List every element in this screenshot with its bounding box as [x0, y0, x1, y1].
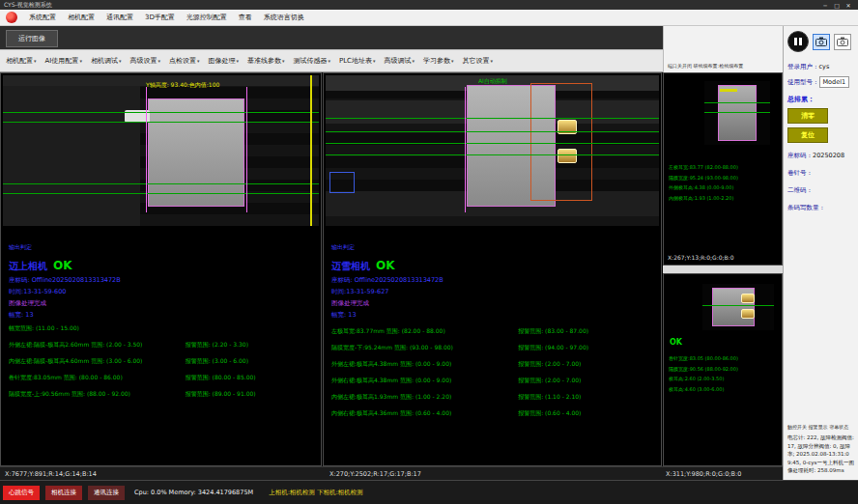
port-switch-note: 端口关开闭 研线细布置:检线细布置: [668, 63, 743, 69]
preview-measure-line: 极耳高:4.60 (3.00-6.00): [669, 384, 738, 395]
menu-item[interactable]: 通讯配置: [106, 13, 133, 22]
preview-divider: [663, 266, 783, 273]
preview-measure-line: 隔膜宽度:95.24 (93.00-98.00): [669, 173, 738, 183]
measurement-row: 外侧右裙:极耳高4.38mm 范围: (0.00 - 9.00) 报警范围: (…: [331, 377, 653, 385]
result-code: 座标码: Offline2025020813313472B: [331, 276, 653, 285]
measurement-row: 内侧左裙:极耳高1.93mm 范围: (1.00 - 2.20) 报警范围: (…: [331, 393, 653, 402]
judge-note: 输出判定: [331, 243, 653, 252]
toolbar-item[interactable]: 高级设置▾: [129, 56, 160, 66]
toolbar-item[interactable]: 高级调试▾: [385, 56, 415, 66]
camera-icon: [837, 37, 848, 46]
maximize-button[interactable]: □: [831, 2, 843, 9]
needle-label: 卷针号：: [787, 169, 813, 177]
machine-structure: [3, 75, 140, 226]
result-ok-badge: OK: [376, 259, 395, 272]
yellow-action-button[interactable]: 复位: [787, 127, 828, 143]
measurement-row: 左极耳宽:83.77mm 范围: (82.00 - 88.00) 报警范围: (…: [331, 327, 653, 336]
measure-line: [704, 102, 770, 103]
toolbar-item[interactable]: 相机调试▾: [91, 56, 122, 66]
needle-field: 卷针号：: [787, 169, 854, 178]
measure-line: [326, 131, 659, 132]
measure-line: [3, 183, 319, 184]
heartbeat-indicator[interactable]: 心跳信号: [3, 486, 40, 500]
yellow-button-group: 清零复位: [787, 104, 854, 143]
pause-button[interactable]: [787, 31, 809, 52]
camera-view-button-1[interactable]: [813, 34, 830, 50]
result-time: 时间:13-31-59-600: [9, 288, 313, 296]
preview-measure-line: 极耳高:2.60 (2.00-3.50): [669, 374, 738, 384]
toolbar-item[interactable]: 相机配置▾: [6, 56, 37, 66]
measurement-row: 隔膜宽度-上:90.56mm 范围: (88.00 - 92.00) 报警范围:…: [9, 390, 313, 399]
camera-image-upper[interactable]: Y轴高度: 93.40:色内值:100: [3, 75, 319, 226]
pause-icon: [794, 38, 797, 45]
toolbar-item[interactable]: AI使用配置▾: [45, 56, 82, 66]
code-field: 座标码：20250208: [787, 152, 854, 160]
camera-check-status: 上相机:相机检测 下相机:相机检测: [269, 489, 362, 497]
chevron-down-icon: ▾: [79, 58, 82, 64]
qr-field: 二维码：: [787, 186, 854, 195]
ai-overlay-text: AI自动拟制: [478, 77, 507, 86]
model-field: 使用型号：Model1: [787, 76, 854, 88]
camera-icon: [815, 37, 827, 46]
result-ok-badge: OK: [53, 259, 72, 272]
marker: [720, 89, 737, 92]
roi-box: [329, 172, 355, 193]
preview-coords: X:267;Y:13;R:0;G:0;B:0: [668, 254, 733, 261]
measurement-row: 内侧左裙:隔膜-极耳高4.60mm 范围: (3.00 - 6.00) 报警范围…: [9, 357, 313, 366]
preview-measure-line: 卷针宽度:83.05 (80.00-86.00): [669, 353, 738, 364]
menu-item[interactable]: 系统配置: [29, 13, 56, 22]
yellow-action-button[interactable]: 清零: [787, 108, 828, 124]
preview-view-top[interactable]: 左极耳宽:83.77 (82.00-88.00)隔膜宽度:95.24 (93.0…: [663, 72, 783, 266]
result-title: 迈雪相机: [331, 261, 370, 271]
preview-thumbnail: [702, 284, 774, 330]
separator-object: [718, 85, 757, 141]
coords-upper-camera: X:7677;Y:891;R:14;G:14;B:14: [5, 470, 97, 478]
measure-line: [3, 193, 319, 194]
close-button[interactable]: ✕: [843, 2, 854, 9]
toolbar-item[interactable]: PLC地址表▾: [339, 56, 376, 66]
login-user-label: 登录用户：: [787, 63, 819, 70]
result-time: 时间:13-31-59-627: [331, 288, 653, 296]
camera-image-lower[interactable]: AI自动拟制: [326, 75, 659, 226]
toolbar-item[interactable]: 图像处理▾: [208, 56, 239, 66]
toolbar-item[interactable]: 其它设置▾: [463, 56, 494, 66]
toolbar-item[interactable]: 测试传感器▾: [293, 56, 330, 66]
barcode-write-label: 条码写数量：: [787, 204, 825, 211]
measurement-list: 左极耳宽:83.77mm 范围: (82.00 - 88.00) 报警范围: (…: [331, 327, 653, 418]
separator-object: [148, 98, 244, 207]
edge-line: [246, 87, 247, 212]
menu-item[interactable]: 相机配置: [68, 13, 95, 22]
control-icons: [787, 31, 854, 52]
menu-item[interactable]: 光源控制配置: [186, 13, 227, 22]
model-label: 使用型号：: [787, 78, 819, 86]
camera-result-lower: 输出判定 迈雪相机OK 座标码: Offline2025020813313472…: [324, 228, 661, 418]
measurement-row: 卷针宽度:83.05mm 范围: (80.00 - 86.00) 报警范围: (…: [9, 374, 313, 382]
toolbar-item[interactable]: 学习参数▾: [423, 56, 454, 66]
toolbar-item[interactable]: 基准线参数▾: [247, 56, 285, 66]
chevron-down-icon: ▾: [413, 58, 415, 64]
camera-connection-indicator[interactable]: 相机连接: [45, 486, 82, 500]
roi-box: [530, 83, 592, 201]
toolbar-item[interactable]: 点检设置▾: [169, 56, 200, 66]
chevron-down-icon: ▾: [236, 58, 239, 64]
menu-item[interactable]: 系统语言切换: [264, 13, 304, 22]
measure-line: [704, 112, 770, 113]
chevron-down-icon: ▾: [157, 58, 160, 64]
model-select[interactable]: Model1: [819, 76, 850, 88]
menu-item[interactable]: 3D手配置: [145, 13, 175, 22]
coords-lower-camera: X:270;Y:2502;R:17;G:17;B:17: [329, 470, 421, 478]
tab-run-image[interactable]: 运行图像: [6, 30, 58, 47]
tab-strip: 运行图像: [0, 26, 663, 49]
camera-view-button-2[interactable]: [834, 34, 851, 50]
process-status: 图像处理完成: [331, 299, 653, 308]
pause-icon: [799, 38, 802, 45]
width-value: 幅宽: 13: [9, 311, 313, 320]
menu-item[interactable]: 查看: [239, 13, 252, 22]
preview-header: 端口关开闭 研线细布置:检线细布置: [663, 26, 783, 72]
toolbar: 相机配置▾ AI使用配置▾ 相机调试▾ 高级设置▾ 点检设置▾ 图像处理▾ 基准…: [0, 49, 663, 72]
preview-view-bottom[interactable]: OK 卷针宽度:83.05 (80.00-86.00)隔膜宽度:90.56 (8…: [663, 273, 783, 466]
measure-line: [702, 305, 774, 306]
comm-connection-indicator[interactable]: 通讯连接: [88, 486, 125, 500]
minimize-button[interactable]: ─: [819, 2, 831, 9]
menu-bar: 系统配置相机配置通讯配置3D手配置光源控制配置查看系统语言切换: [0, 10, 858, 26]
